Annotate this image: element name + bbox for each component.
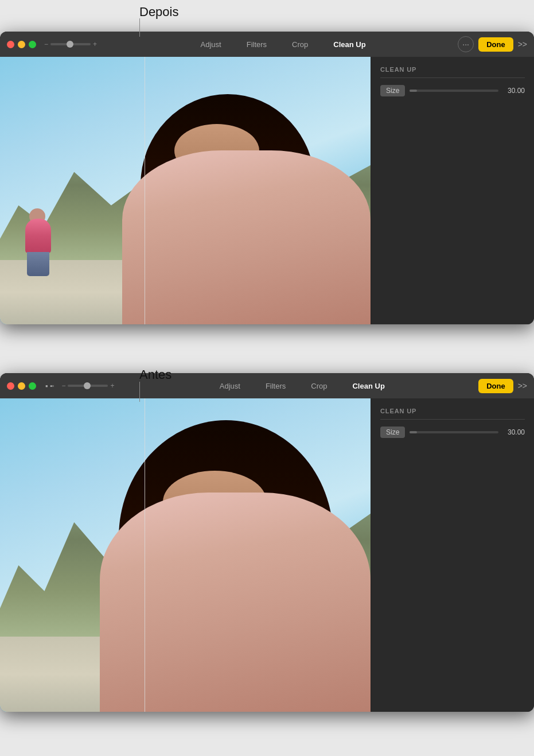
tab-adjust-depois[interactable]: Adjust [188,37,234,52]
zoom-minus-icon-antes[interactable]: − [61,382,65,390]
depois-connector-line [139,18,140,37]
minimize-button[interactable] [18,41,25,48]
view-mode-icons: ▪ ▪▫ [45,382,53,390]
zoom-minus-icon[interactable]: − [44,40,48,48]
person-jacket-depois [122,150,371,324]
tab-cleanup-depois[interactable]: Clean Up [321,37,378,52]
done-button-antes[interactable]: Done [478,379,513,393]
antes-label: Antes [139,367,171,382]
zoom-slider[interactable] [50,43,91,45]
toolbar-right-depois: ··· Done >> [458,36,527,52]
size-row-depois: Size 30.00 [380,85,525,96]
tab-filters-depois[interactable]: Filters [234,37,279,52]
size-value-dopo: 30.00 [503,87,525,95]
window-antes: ▪ ▪▫ − + Adjust Filters Crop Clean Up Do… [0,373,534,712]
traffic-lights-depois [7,41,36,48]
view-single-icon[interactable]: ▪ [45,382,48,390]
zoom-plus-icon-antes[interactable]: + [110,382,114,390]
more-button-depois[interactable]: ··· [458,36,474,52]
tab-adjust-antes[interactable]: Adjust [207,378,253,394]
zoom-plus-icon[interactable]: + [93,40,97,48]
split-line-antes[interactable] [145,398,146,712]
clean-up-title-antes: CLEAN UP [380,408,525,414]
minimize-button-antes[interactable] [18,382,25,390]
tab-filters-antes[interactable]: Filters [253,378,298,394]
pink-figure-depois [22,219,54,276]
expand-button-depois[interactable]: >> [518,40,527,49]
sidebar-divider-depois [380,77,525,78]
photo-canvas-antes [0,398,371,712]
close-button[interactable] [7,41,14,48]
split-line-depois[interactable] [145,57,146,324]
nav-tabs-depois: Adjust Filters Crop Clean Up [113,37,453,52]
clean-up-title-depois: CLEAN UP [380,66,525,73]
antes-connector-line [139,382,140,402]
person-jacket-antes [100,493,371,712]
content-row-depois: CLEAN UP Size 30.00 [0,57,534,324]
sidebar-antes: CLEAN UP Size 30.00 [371,398,534,712]
content-row-antes: CLEAN UP Size 30.00 [0,398,534,712]
done-button-depois[interactable]: Done [478,37,513,52]
tab-crop-depois[interactable]: Crop [279,37,321,52]
tab-cleanup-antes[interactable]: Clean Up [340,378,397,394]
maximize-button-antes[interactable] [29,382,36,390]
sidebar-divider-antes [380,419,525,420]
zoom-slider-thumb[interactable] [67,41,73,48]
size-slider-fill-antes [410,431,416,433]
tab-crop-antes[interactable]: Crop [298,378,340,394]
close-button-antes[interactable] [7,382,14,390]
view-split-icon[interactable]: ▪▫ [50,382,54,389]
size-label-dopo: Size [380,85,405,96]
photo-canvas-depois [0,57,371,324]
zoom-controls-antes: − + [61,382,114,390]
size-slider-dopo[interactable] [410,90,498,92]
toolbar-right-antes: Done >> [478,379,527,393]
nav-tabs-antes: Adjust Filters Crop Clean Up [130,378,474,394]
sidebar-depois: CLEAN UP Size 30.00 [371,57,534,324]
titlebar-depois: − + Adjust Filters Crop Clean Up ··· Don… [0,32,534,57]
pink-legs [27,252,49,276]
depois-label: Depois [139,5,178,20]
size-slider-antes[interactable] [410,431,498,433]
zoom-slider-thumb-antes[interactable] [84,382,91,389]
zoom-slider-antes[interactable] [68,385,108,387]
expand-button-antes[interactable]: >> [518,381,527,390]
zoom-controls: − + [44,40,97,48]
size-value-antes: 30.00 [503,428,525,436]
traffic-lights-antes [7,382,36,390]
maximize-button[interactable] [29,41,36,48]
pink-top [25,219,51,253]
size-slider-fill [410,90,416,92]
size-label-antes: Size [380,427,405,438]
titlebar-antes: ▪ ▪▫ − + Adjust Filters Crop Clean Up Do… [0,373,534,398]
size-row-antes: Size 30.00 [380,427,525,438]
window-depois: − + Adjust Filters Crop Clean Up ··· Don… [0,32,534,324]
